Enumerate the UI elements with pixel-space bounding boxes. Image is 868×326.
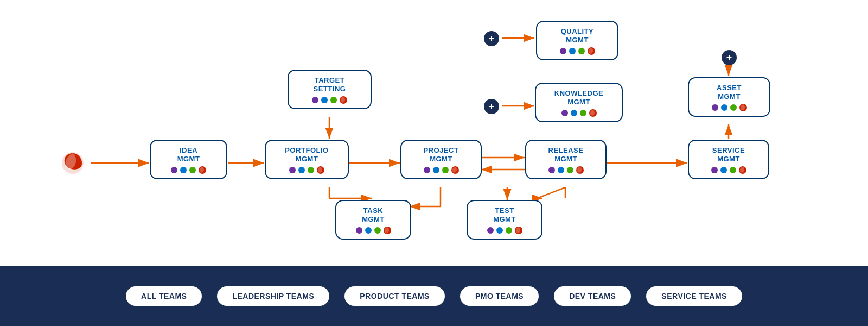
diagram-canvas: TARGETSETTING IDEAMGMT PORTFOLIOMGMT PRO… <box>0 0 868 261</box>
node-target-setting-title: TARGETSETTING <box>314 76 346 93</box>
dev-teams-btn[interactable]: DEV TEAMS <box>554 286 631 306</box>
node-test-mgmt[interactable]: TESTMGMT <box>467 200 542 240</box>
node-portfolio-mgmt-dots <box>289 166 324 174</box>
plus-quality-btn[interactable]: + <box>484 31 499 46</box>
plus-knowledge-btn[interactable]: + <box>484 99 499 114</box>
node-quality-mgmt[interactable]: QUALITYMGMT <box>536 21 618 60</box>
node-idea-mgmt-dots <box>171 166 206 174</box>
node-test-mgmt-title: TESTMGMT <box>493 206 516 223</box>
plus-asset-btn[interactable]: + <box>722 50 737 65</box>
node-portfolio-mgmt[interactable]: PORTFOLIOMGMT <box>265 140 349 179</box>
arrows-layer <box>0 0 868 261</box>
node-knowledge-mgmt-title: KNOWLEDGEMGMT <box>554 89 603 106</box>
node-knowledge-mgmt-dots <box>561 109 597 117</box>
node-test-mgmt-dots <box>487 227 522 234</box>
node-task-mgmt[interactable]: TASKMGMT <box>335 200 411 240</box>
node-quality-mgmt-title: QUALITYMGMT <box>561 27 594 44</box>
node-service-mgmt-title: SERVICEMGMT <box>712 146 745 163</box>
node-idea-mgmt[interactable]: IDEAMGMT <box>150 140 227 179</box>
node-idea-mgmt-title: IDEAMGMT <box>177 146 200 163</box>
node-asset-mgmt-dots <box>712 104 747 111</box>
node-project-mgmt-title: PROJECTMGMT <box>424 146 459 163</box>
node-service-mgmt[interactable]: SERVICEMGMT <box>688 140 769 179</box>
node-project-mgmt[interactable]: PROJECTMGMT <box>400 140 482 179</box>
node-quality-mgmt-dots <box>560 47 595 55</box>
node-asset-mgmt[interactable]: ASSETMGMT <box>688 77 770 117</box>
all-teams-btn[interactable]: ALL TEAMS <box>126 286 202 306</box>
node-release-mgmt-title: RELEASEMGMT <box>548 146 584 163</box>
leadership-teams-btn[interactable]: LEADERSHIP TEAMS <box>217 286 329 306</box>
node-target-setting[interactable]: TARGETSETTING <box>288 70 372 109</box>
node-task-mgmt-dots <box>356 227 391 234</box>
node-task-mgmt-title: TASKMGMT <box>362 206 385 223</box>
service-teams-btn[interactable]: SERVICE TEAMS <box>646 286 742 306</box>
node-knowledge-mgmt[interactable]: KNOWLEDGEMGMT <box>535 83 623 122</box>
logo-icon <box>61 151 85 175</box>
pmo-teams-btn[interactable]: PMO TEAMS <box>460 286 539 306</box>
bottom-bar: ALL TEAMS LEADERSHIP TEAMS PRODUCT TEAMS… <box>0 266 868 326</box>
node-portfolio-mgmt-title: PORTFOLIOMGMT <box>285 146 328 163</box>
node-release-mgmt[interactable]: RELEASEMGMT <box>525 140 607 179</box>
node-asset-mgmt-title: ASSETMGMT <box>717 84 742 101</box>
node-project-mgmt-dots <box>424 166 459 174</box>
product-teams-btn[interactable]: PRODUCT TEAMS <box>344 286 445 306</box>
node-target-setting-dots <box>312 96 347 104</box>
svg-line-12 <box>537 187 565 198</box>
node-service-mgmt-dots <box>711 166 746 174</box>
node-release-mgmt-dots <box>548 166 584 174</box>
